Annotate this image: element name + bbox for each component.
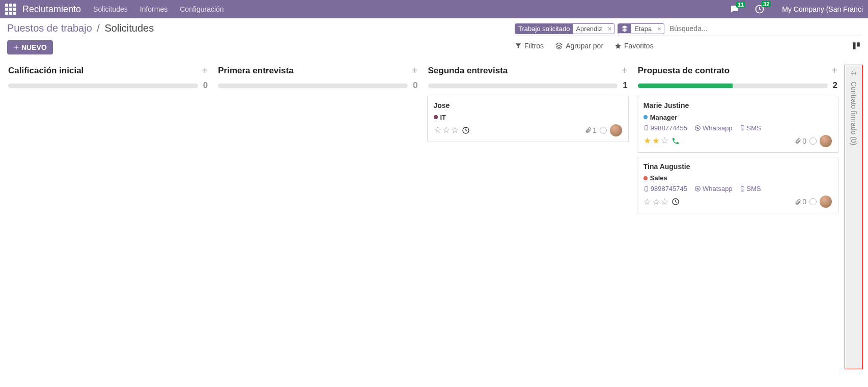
facet-remove-icon[interactable]: ×: [655, 25, 664, 33]
control-panel: Puestos de trabajo / Solicitudes NUEVO T…: [0, 18, 868, 57]
activity-indicator[interactable]: [600, 127, 607, 134]
column-count: 0: [413, 80, 417, 91]
top-nav: Reclutamiento Solicitudes Informes Confi…: [0, 0, 868, 18]
svg-point-10: [646, 190, 647, 190]
clock-icon[interactable]: [462, 126, 470, 134]
nav-link-configuracion[interactable]: Configuración: [180, 5, 223, 13]
breadcrumb-root[interactable]: Puestos de trabajo: [7, 22, 92, 34]
phone-link[interactable]: 9898745745: [643, 185, 687, 192]
column-title[interactable]: Primera entrevista: [218, 66, 293, 76]
column-add-icon[interactable]: +: [202, 65, 208, 76]
svg-point-13: [742, 190, 743, 190]
phone-link[interactable]: 9988774455: [643, 124, 687, 132]
company-name[interactable]: My Company (San Franci: [782, 5, 863, 13]
phone-icon[interactable]: [671, 137, 680, 145]
column-add-icon[interactable]: +: [412, 65, 418, 76]
avatar[interactable]: [820, 135, 832, 147]
priority-stars[interactable]: ★★☆: [643, 135, 668, 146]
kanban-card[interactable]: Tina Augustie Sales 9898745745 Whatsapp …: [637, 157, 838, 214]
apps-icon[interactable]: [5, 4, 16, 15]
clock-icon[interactable]: [671, 198, 680, 206]
avatar[interactable]: [610, 124, 622, 136]
card-tag: Manager: [643, 114, 677, 121]
favorites-button[interactable]: Favoritos: [614, 42, 654, 50]
kanban-column: Segunda entrevista + 1 Jose IT ☆☆☆: [425, 65, 631, 146]
attachment-count[interactable]: 1: [585, 126, 597, 134]
activities-icon[interactable]: 32: [754, 4, 765, 14]
column-title[interactable]: Calificación inicial: [8, 66, 83, 76]
activities-badge: 32: [762, 1, 771, 7]
card-tag: Sales: [643, 174, 667, 182]
svg-rect-1: [853, 42, 855, 49]
facet-remove-icon[interactable]: ×: [605, 25, 614, 33]
svg-point-8: [742, 129, 743, 129]
svg-point-5: [646, 129, 647, 129]
attachment-count[interactable]: 0: [795, 198, 806, 206]
activity-indicator[interactable]: [809, 198, 817, 205]
column-count: 0: [203, 80, 208, 91]
card-title: Tina Augustie: [643, 162, 832, 171]
column-count: 2: [833, 80, 837, 91]
column-title[interactable]: Segunda entrevista: [428, 66, 508, 76]
kanban-column: Propuesta de contrato + 2 Marie Justine …: [635, 65, 841, 217]
kanban-column: Primera entrevista + 0: [215, 65, 421, 96]
column-add-icon[interactable]: +: [622, 65, 628, 76]
nav-link-solicitudes[interactable]: Solicitudes: [93, 5, 128, 13]
breadcrumb: Puestos de trabajo / Solicitudes: [7, 22, 154, 34]
app-name[interactable]: Reclutamiento: [22, 4, 81, 15]
filters-button[interactable]: Filtros: [515, 42, 544, 50]
groupby-button[interactable]: Agrupar por: [555, 42, 603, 50]
column-count: 1: [623, 80, 627, 91]
kanban-column: Calificación inicial + 0: [5, 65, 211, 96]
search-facet-group[interactable]: Etapa ×: [618, 23, 664, 34]
column-progress: [428, 84, 618, 88]
whatsapp-link[interactable]: Whatsapp: [694, 185, 733, 192]
kanban-board: Calificación inicial + 0 Primera entrevi…: [0, 57, 868, 377]
kanban-card[interactable]: Jose IT ☆☆☆ 1: [427, 96, 629, 142]
priority-stars[interactable]: ☆☆☆: [643, 197, 668, 207]
priority-stars[interactable]: ☆☆☆: [434, 125, 459, 135]
sms-link[interactable]: SMS: [740, 124, 761, 132]
messages-badge: 11: [736, 2, 745, 8]
sms-link[interactable]: SMS: [740, 185, 761, 192]
column-title[interactable]: Propuesta de contrato: [638, 66, 730, 76]
column-progress: [8, 84, 198, 88]
expand-icon: [850, 70, 858, 76]
search-facet-job[interactable]: Trabajo solicitado Aprendiz ×: [515, 23, 614, 34]
card-tag: IT: [434, 114, 446, 121]
folded-column-title: Contrato firmado (0): [850, 81, 858, 145]
column-progress: [638, 84, 828, 88]
search-bar: Trabajo solicitado Aprendiz × Etapa ×: [515, 22, 861, 36]
column-add-icon[interactable]: +: [831, 65, 837, 76]
whatsapp-link[interactable]: Whatsapp: [694, 124, 733, 132]
attachment-count[interactable]: 0: [795, 137, 806, 145]
kanban-card[interactable]: Marie Justine Manager 9988774455 Whatsap…: [637, 96, 838, 153]
breadcrumb-current: Solicitudes: [104, 22, 154, 34]
layers-icon: [618, 24, 631, 33]
card-title: Jose: [434, 101, 622, 109]
nav-link-informes[interactable]: Informes: [140, 5, 167, 13]
new-button[interactable]: NUEVO: [7, 40, 53, 54]
card-title: Marie Justine: [643, 101, 832, 109]
kanban-column-folded[interactable]: Contrato firmado (0): [845, 65, 863, 369]
filter-bar: Filtros Agrupar por Favoritos: [515, 41, 861, 50]
search-input[interactable]: [667, 22, 861, 35]
activity-indicator[interactable]: [809, 137, 817, 145]
view-kanban-icon[interactable]: [852, 41, 861, 50]
svg-rect-2: [857, 42, 860, 46]
messages-icon[interactable]: 11: [729, 5, 739, 14]
avatar[interactable]: [820, 196, 832, 208]
column-progress: [218, 84, 408, 88]
